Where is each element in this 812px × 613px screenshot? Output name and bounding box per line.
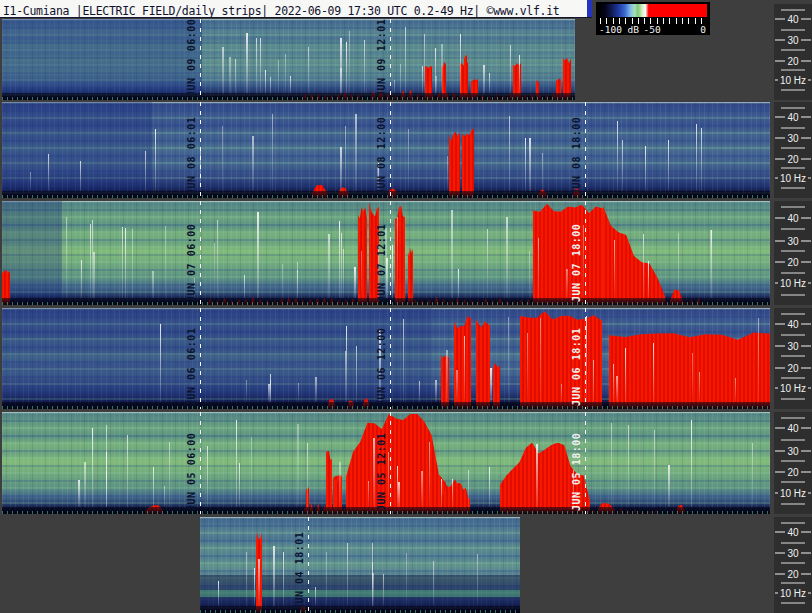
noise-streak (252, 136, 254, 192)
freq-tick-line (808, 177, 811, 178)
vlf-spectrogram-screen: I1-Cumiana |ELECTRIC FIELD/daily strips|… (0, 0, 812, 613)
noise-streak (48, 154, 49, 191)
freq-minor-tick (781, 127, 805, 128)
noise-streak (758, 318, 759, 402)
freq-tick-line (775, 492, 778, 493)
noise-streak (406, 553, 407, 606)
freq-tick-line (801, 138, 811, 139)
time-marker-line (390, 201, 391, 305)
noise-streak (246, 552, 247, 607)
noise-streak (701, 128, 702, 191)
noise-streak (361, 251, 362, 298)
time-marker-line (200, 201, 201, 305)
tint-zone (2, 201, 62, 305)
noise-streak (164, 486, 165, 506)
noise-streak (452, 479, 453, 507)
noise-streak (341, 233, 342, 297)
noise-streak (80, 161, 81, 192)
noise-streak (711, 230, 712, 298)
freq-tick: 10 Hz (774, 172, 812, 183)
freq-minor-tick (781, 168, 805, 169)
noise-streak (388, 452, 389, 507)
freq-tick-line (775, 573, 785, 574)
noise-streak (458, 269, 459, 298)
frequency-scale-jun-07: 40302010 Hz (774, 201, 812, 305)
noise-streak (653, 343, 654, 402)
noise-streak (214, 243, 215, 298)
freq-tick: 40 (774, 112, 812, 123)
noise-streak (256, 38, 257, 95)
noise-streak (66, 217, 67, 298)
time-marker-label: JUN 05 18:00 (571, 433, 582, 511)
time-marker-line (308, 517, 309, 613)
freq-tick: 30 (774, 235, 812, 246)
freq-tick: 40 (774, 319, 812, 330)
noise-streak (668, 465, 670, 507)
noise-streak (308, 47, 309, 95)
freq-tick: 40 (774, 423, 812, 434)
freq-tick-label: 40 (787, 319, 798, 330)
noise-streak (435, 380, 437, 402)
freq-minor-tick (781, 377, 805, 378)
freq-minor-tick (781, 70, 805, 71)
tint-zone (2, 308, 432, 409)
noise-streak (345, 126, 346, 191)
noise-streak (643, 234, 644, 297)
time-marker-label: JUN 07 18:00 (571, 224, 582, 302)
noise-streak (373, 438, 375, 507)
freq-tick-label: 40 (787, 423, 798, 434)
freq-tick-label: 40 (787, 527, 798, 538)
noise-streak (456, 370, 458, 402)
noise-streak (165, 226, 166, 298)
spectrogram-strip-jun-04: JUN 04 18:01 (200, 517, 520, 613)
time-marker-label: JUN 07 12:01 (376, 224, 387, 302)
noise-streak (468, 470, 469, 507)
noise-streak (78, 480, 80, 507)
noise-streak (160, 324, 161, 402)
noise-streak (346, 326, 347, 402)
noise-streak (354, 267, 356, 298)
saturation-event (462, 127, 474, 198)
freq-tick-line (775, 324, 785, 325)
noise-streak (145, 151, 146, 191)
freq-tick-line (801, 262, 811, 263)
time-marker-label: JUN 09 12:01 (376, 19, 387, 97)
noise-streak (349, 31, 350, 94)
freq-tick-line (775, 240, 785, 241)
noise-streak (506, 217, 508, 298)
noise-streak (622, 140, 623, 191)
frequency-scale-jun-05: 40302010 Hz (774, 412, 812, 514)
saturation-event-group (302, 441, 348, 514)
saturation-event (603, 205, 665, 305)
spectrogram-strip-jun-05: JUN 05 06:00JUN 05 12:01JUN 05 18:00 (2, 412, 770, 514)
freq-tick-line (775, 117, 785, 118)
noise-streak (441, 479, 442, 507)
time-marker-line (585, 102, 586, 198)
freq-tick-label: 20 (787, 55, 798, 66)
noise-streak (613, 364, 614, 402)
freq-tick-line (801, 573, 811, 574)
freq-minor-tick (781, 207, 805, 208)
noise-streak (278, 60, 279, 94)
noise-streak (529, 138, 531, 191)
noise-streak (735, 378, 736, 402)
freq-tick-line (775, 428, 785, 429)
freq-tick-line (775, 283, 778, 284)
noise-streak (282, 264, 283, 297)
noise-streak (542, 153, 543, 191)
time-marker-label: JUN 08 12:00 (376, 117, 387, 195)
noise-streak (460, 34, 461, 95)
freq-tick: 10 Hz (774, 278, 812, 289)
noise-streak (272, 114, 273, 191)
freq-minor-tick (781, 29, 805, 30)
frequency-scale-jun-06: 40302010 Hz (774, 308, 812, 409)
freq-tick-line (775, 367, 785, 368)
freq-tick-label: 40 (787, 212, 798, 223)
freq-minor-tick (781, 9, 805, 10)
freq-tick-line (808, 283, 811, 284)
noise-streak (489, 467, 490, 507)
freq-tick-label: 30 (787, 548, 798, 559)
freq-tick: 20 (774, 362, 812, 373)
freq-tick: 20 (774, 55, 812, 66)
noise-streak (132, 229, 133, 298)
